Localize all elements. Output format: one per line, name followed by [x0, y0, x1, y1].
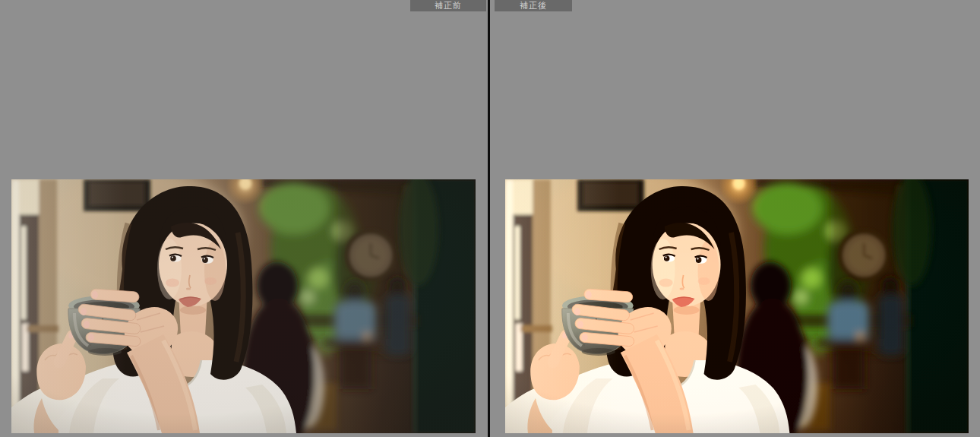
pane-divider — [488, 0, 490, 437]
cafe-photo-illustration-before — [11, 179, 476, 433]
before-after-view: 補正前 補正後 — [0, 0, 980, 437]
after-label: 補正後 — [495, 0, 572, 11]
before-label: 補正前 — [410, 0, 486, 11]
after-photo[interactable] — [505, 179, 969, 433]
before-photo[interactable] — [11, 179, 476, 433]
cafe-photo-illustration-after — [505, 179, 969, 433]
